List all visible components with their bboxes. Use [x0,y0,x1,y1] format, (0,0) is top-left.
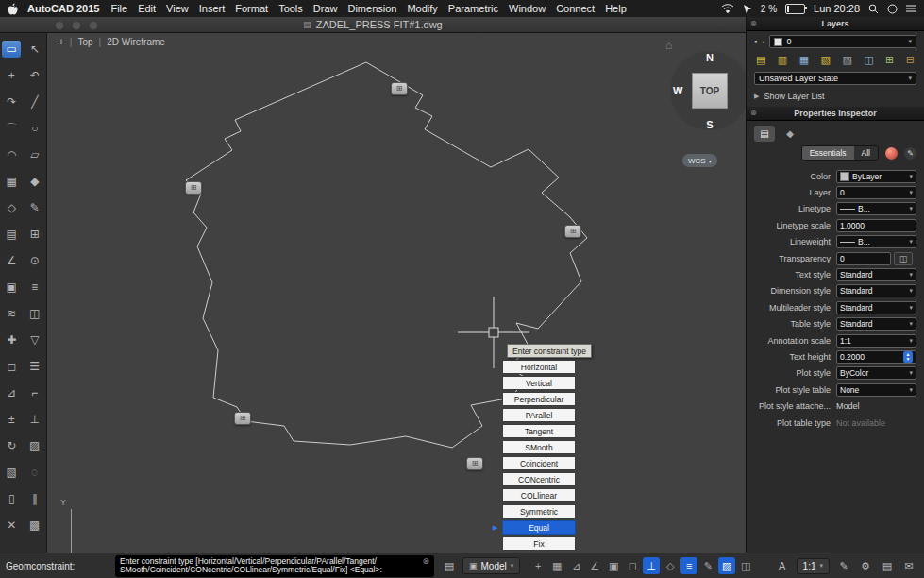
user-circle-icon[interactable] [887,4,898,14]
status-toggle-2[interactable]: ⊿ [567,557,584,574]
app-menu-title[interactable]: AutoCAD 2015 [27,3,99,14]
tool-icon-13[interactable]: ✎ [25,199,44,216]
constraint-badge-1[interactable]: ⊞ [185,181,202,195]
status-toggle-0[interactable]: + [529,557,546,574]
constraint-option-horizontal[interactable]: Horizontal [502,360,576,374]
status-toggle-11[interactable]: ◫ [737,557,754,574]
menu-item-file[interactable]: File [110,3,127,14]
property-dropdown[interactable]: Standard▾ [836,268,916,281]
tool-icon-28[interactable]: ± [2,411,21,428]
tool-icon-11[interactable]: ◆ [25,173,44,190]
palette-close-icon[interactable]: ⊗ [750,110,757,117]
status-toggle-4[interactable]: ▣ [605,557,622,574]
viewcube-west-label[interactable]: W [673,85,682,96]
property-dropdown[interactable]: Standard▾ [836,284,916,298]
layer-tool-icon-3[interactable]: ▧ [821,54,831,66]
viewcube-home-icon[interactable]: ⌂ [665,39,672,52]
property-dropdown[interactable]: B...▾ [836,202,916,215]
status-toggle-10[interactable]: ▨ [718,557,735,574]
layer-tool-icon-5[interactable]: ◫ [864,54,873,66]
drawing-canvas[interactable]: + | Top | 2D Wireframe ⌂ N W S TOP WCS ▾… [47,33,746,552]
tool-icon-16[interactable]: ∠ [2,252,21,269]
palette-close-icon[interactable]: ⊗ [750,20,757,27]
status-toggle-7[interactable]: ◇ [662,557,679,574]
property-input[interactable]: 0 [836,252,891,265]
properties-category-general[interactable]: ▤ [754,126,775,142]
tool-icon-29[interactable]: ⊥ [25,411,44,428]
edit-pencil-icon[interactable]: ✎ [836,560,851,572]
menu-item-modify[interactable]: Modify [407,3,437,14]
tool-icon-26[interactable]: ⊿ [2,384,21,401]
property-dropdown[interactable]: 0▾ [836,186,916,199]
constraint-option-coincident[interactable]: Coincident [502,456,576,470]
menu-item-parametric[interactable]: Parametric [448,3,498,14]
viewport-view-label[interactable]: Top [77,37,92,47]
viewcube-south-label[interactable]: S [706,119,713,130]
constraint-badge-4[interactable]: ⊞ [466,457,483,470]
constraint-option-tangent[interactable]: Tangent [502,424,576,438]
constraint-option-fix[interactable]: Fix [502,536,576,551]
constraint-badge-2[interactable]: ⊞ [564,225,581,238]
property-dropdown[interactable]: None▾ [836,383,916,397]
tool-icon-25[interactable]: ☰ [25,358,44,375]
viewcube-north-label[interactable]: N [706,52,714,63]
layer-tool-icon-1[interactable]: ▥ [778,54,787,66]
paper-space-icon[interactable]: ▤ [442,560,457,572]
tool-icon-37[interactable]: ▩ [25,517,44,534]
constraint-option-symmetric[interactable]: Symmetric [502,504,576,518]
tool-icon-15[interactable]: ⊞ [25,226,44,243]
property-dropdown[interactable]: B...▾ [836,235,916,248]
layer-tool-icon-0[interactable]: ▤ [756,54,765,66]
command-input[interactable]: Enter constraint type [Horizontal/Vertic… [115,555,434,577]
menu-item-format[interactable]: Format [235,3,268,14]
annotation-scale-dropdown[interactable]: 1:1 ▾ [797,558,830,574]
stepper-arrows-icon[interactable]: ▲▼ [903,351,913,363]
menu-item-draw[interactable]: Draw [313,3,338,14]
property-dropdown[interactable]: ByColor▾ [836,366,916,380]
search-icon[interactable] [868,4,879,14]
tool-icon-30[interactable]: ↻ [2,437,21,454]
menu-item-dimension[interactable]: Dimension [347,3,396,14]
properties-palette-header[interactable]: ⊗ Properties Inspector [747,107,924,121]
viewcube[interactable]: N W S TOP [670,51,746,130]
menu-item-help[interactable]: Help [605,3,627,14]
feedback-icon[interactable]: ✉ [901,560,916,572]
tool-icon-35[interactable]: ∥ [25,490,44,507]
constraint-option-parallel[interactable]: PArallel [502,408,576,422]
status-toggle-3[interactable]: ∠ [586,557,603,574]
constraint-option-smooth[interactable]: SMooth [502,440,576,454]
tool-icon-32[interactable]: ▧ [2,464,21,481]
status-toggle-8[interactable]: ≡ [680,557,697,574]
tool-icon-21[interactable]: ◫ [25,305,44,322]
viewcube-top-face[interactable]: TOP [692,73,728,109]
show-layer-list-toggle[interactable]: ▶ Show Layer List [747,89,924,107]
apple-menu-icon[interactable] [8,3,18,15]
properties-category-style[interactable]: ◆ [780,126,800,142]
status-toggle-9[interactable]: ✎ [699,557,716,574]
tool-icon-20[interactable]: ≋ [2,305,21,322]
layout-grid-icon[interactable]: ▤ [880,560,895,572]
tool-icon-19[interactable]: ≡ [25,279,44,296]
property-dropdown[interactable]: Standard▾ [836,301,916,314]
viewport-style-label[interactable]: 2D Wireframe [107,37,165,47]
layer-select-dropdown[interactable]: 0 ▾ [769,35,916,48]
menu-item-window[interactable]: Window [509,3,546,14]
tool-icon-5[interactable]: ╱ [25,94,44,110]
property-dropdown[interactable]: 1:1▾ [836,334,916,348]
tool-icon-10[interactable]: ▦ [2,173,21,190]
constraint-option-collinear[interactable]: COLlinear [502,488,576,502]
notification-center-icon[interactable] [906,4,916,13]
minimize-window-icon[interactable] [72,21,81,30]
status-toggle-5[interactable]: ◻ [624,557,641,574]
tool-icon-36[interactable]: ✕ [2,517,21,534]
menu-item-edit[interactable]: Edit [138,3,156,14]
menu-item-tools[interactable]: Tools [278,3,303,14]
property-dropdown[interactable]: ByLayer▾ [836,170,916,183]
layer-tool-icon-6[interactable]: ⊞ [885,54,894,66]
settings-gear-icon[interactable]: ⚙ [858,560,873,572]
annotation-visibility-icon[interactable]: A [775,560,790,571]
tool-icon-0[interactable]: ▭ [2,41,21,58]
layer-state-dropdown[interactable]: Unsaved Layer State ▾ [754,72,916,85]
transparency-picker-icon[interactable]: ◫ [894,252,913,265]
tool-icon-27[interactable]: ⌐ [25,384,44,401]
